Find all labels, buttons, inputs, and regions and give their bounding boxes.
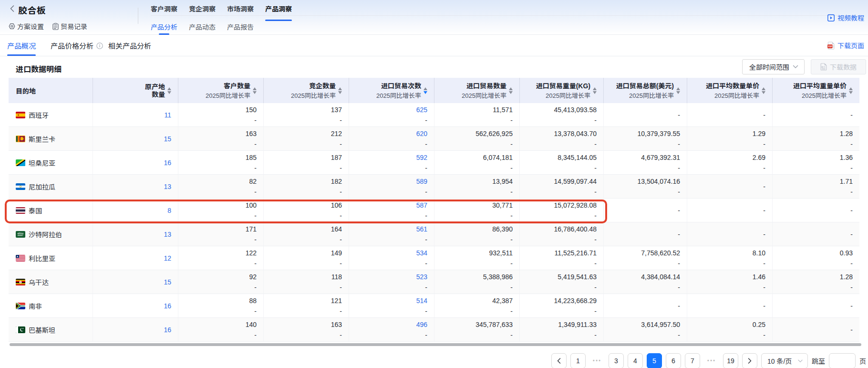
secondary-tab-label: 产品价格分析 xyxy=(51,41,93,51)
trade-records-button[interactable]: 贸易记录 xyxy=(52,21,87,31)
cell-value: 150 xyxy=(246,105,257,115)
cell-value: 121 xyxy=(331,295,342,306)
back-button[interactable] xyxy=(8,4,16,13)
sort-carets-icon[interactable] xyxy=(676,87,680,94)
main-tab-2[interactable]: 竞企洞察 xyxy=(189,1,216,21)
sort-carets-icon[interactable] xyxy=(253,87,257,94)
main-tab-4[interactable]: 产品洞察 xyxy=(265,1,292,21)
sort-carets-icon[interactable] xyxy=(338,87,342,94)
column-subtitle: 2025同比增长率 xyxy=(206,92,250,99)
pagination-page-7[interactable]: 7 xyxy=(685,353,700,368)
value-link[interactable]: 587 xyxy=(416,200,427,210)
pdf-icon xyxy=(827,42,835,50)
column-header-9[interactable]: 进口平均数量单价2025同比增长率 xyxy=(687,78,773,103)
download-page-link[interactable]: 下载页面 xyxy=(827,41,864,50)
column-header-4[interactable]: 竞企数量2025同比增长率 xyxy=(264,78,349,103)
pagination-page-19[interactable]: 19 xyxy=(723,353,738,368)
header-subtab-1[interactable]: 产品分析 xyxy=(151,22,177,32)
value-link[interactable]: 589 xyxy=(416,176,427,187)
table-row-乌干达: 乌干达1592-118-523-5,388,986-5,419,541.63-4… xyxy=(9,270,859,294)
column-header-2[interactable]: 原产地数量 xyxy=(93,78,178,103)
origin-count-link[interactable]: 8 xyxy=(167,205,171,216)
origin-count-link[interactable]: 16 xyxy=(164,301,171,311)
column-title: 客户数量 xyxy=(206,82,250,90)
sort-carets-icon[interactable] xyxy=(762,87,765,94)
page-size-select[interactable]: 10 条/页 xyxy=(761,353,808,368)
growth-value: - xyxy=(340,258,342,269)
cell-value: 1.28 xyxy=(840,272,853,282)
value-cell: 45,413,093.58- xyxy=(520,103,604,126)
value-cell: 0.93- xyxy=(773,246,859,270)
plan-settings-button[interactable]: 方案设置 xyxy=(9,21,44,31)
value-cell: - xyxy=(773,199,859,222)
origin-count-link[interactable]: 16 xyxy=(164,158,171,168)
header-subtab-2[interactable]: 产品动态 xyxy=(189,22,216,32)
origin-count-cell: 11 xyxy=(93,103,178,126)
column-header-6[interactable]: 进口贸易数量2025同比增长率 xyxy=(434,78,520,103)
video-tutorial-link[interactable]: 视频教程 xyxy=(827,13,864,22)
origin-count-link[interactable]: 12 xyxy=(164,253,171,263)
cell-value: 6,074,181 xyxy=(483,152,513,163)
pagination-page-3[interactable]: 3 xyxy=(609,353,624,368)
pagination-ellipsis[interactable]: ••• xyxy=(589,353,605,368)
value-link[interactable]: 625 xyxy=(416,105,427,115)
table-row-尼加拉瓜: 尼加拉瓜1382-182-589-13,954-14,599,097.44-13… xyxy=(9,175,859,199)
origin-count-link[interactable]: 11 xyxy=(164,110,171,120)
value-link[interactable]: 496 xyxy=(416,319,427,330)
sort-carets-icon[interactable] xyxy=(167,87,171,94)
cell-value: 163 xyxy=(246,128,257,139)
cell-value: 92 xyxy=(249,272,257,282)
main-tab-3[interactable]: 市场洞察 xyxy=(227,1,254,21)
cell-value: 13,504,074.16 xyxy=(637,176,680,187)
column-header-10[interactable]: 进口平均重量单价2025同比增长率 xyxy=(773,78,859,103)
value-link[interactable]: 561 xyxy=(416,224,427,234)
value-link[interactable]: 592 xyxy=(416,152,427,163)
value-link[interactable]: 514 xyxy=(416,295,427,306)
horizontal-scrollbar[interactable] xyxy=(10,343,861,346)
cell-value: 82 xyxy=(249,176,257,187)
sort-carets-icon[interactable] xyxy=(509,87,513,94)
pagination-next-button[interactable] xyxy=(742,353,757,368)
origin-count-link[interactable]: 13 xyxy=(164,181,171,192)
value-link[interactable]: 620 xyxy=(416,128,427,139)
value-link[interactable]: 534 xyxy=(416,248,427,258)
table-row-斯里兰卡: 斯里兰卡15163-212-620-562,626,925-13,378,043… xyxy=(9,127,859,151)
header-subtab-3[interactable]: 产品报告 xyxy=(227,22,254,32)
column-header-5[interactable]: 进口贸易次数2025同比增长率 xyxy=(349,78,434,103)
origin-count-link[interactable]: 13 xyxy=(164,229,171,240)
sort-carets-icon[interactable] xyxy=(593,87,597,94)
cell-value: 14,599,097.44 xyxy=(554,176,597,187)
origin-count-cell: 16 xyxy=(93,151,178,174)
value-link[interactable]: 523 xyxy=(416,272,427,282)
pagination-ellipsis[interactable]: ••• xyxy=(704,353,719,368)
download-data-button[interactable]: 下载数据 xyxy=(811,59,866,74)
value-cell: 149- xyxy=(264,246,349,270)
secondary-tab-1[interactable]: 产品概况 xyxy=(7,35,36,56)
origin-count-link[interactable]: 15 xyxy=(164,277,171,287)
time-range-select[interactable]: 全部时间范围 xyxy=(742,59,805,74)
sort-carets-icon[interactable] xyxy=(849,87,853,94)
pagination-prev-button[interactable] xyxy=(551,353,567,368)
cell-value: - xyxy=(850,229,853,240)
pagination-page-6[interactable]: 6 xyxy=(666,353,681,368)
main-tab-1[interactable]: 客户洞察 xyxy=(151,1,177,21)
growth-value: - xyxy=(678,163,680,173)
column-header-8[interactable]: 进口贸易总额(美元)2025同比增长率 xyxy=(604,78,687,103)
value-cell: 182- xyxy=(264,175,349,198)
secondary-tab-3[interactable]: 相关产品分析 xyxy=(108,35,151,56)
flag-icon-es xyxy=(16,112,25,118)
value-cell: 5,388,986- xyxy=(434,270,520,294)
pagination-page-1[interactable]: 1 xyxy=(570,353,586,368)
column-header-3[interactable]: 客户数量2025同比增长率 xyxy=(178,78,264,103)
jump-page-input[interactable] xyxy=(829,353,856,368)
origin-count-link[interactable]: 15 xyxy=(164,134,171,144)
sort-carets-icon[interactable] xyxy=(424,87,427,94)
video-tutorial-label: 视频教程 xyxy=(837,13,864,22)
cell-value: 182 xyxy=(331,176,342,187)
pagination-page-5[interactable]: 5 xyxy=(647,353,662,368)
column-title: 进口平均数量单价 xyxy=(706,82,759,90)
origin-count-link[interactable]: 16 xyxy=(164,325,171,335)
pagination-page-4[interactable]: 4 xyxy=(628,353,643,368)
secondary-tab-2[interactable]: 产品价格分析 xyxy=(51,35,93,56)
column-header-7[interactable]: 进口贸易重量(KG)2025同比增长率 xyxy=(520,78,604,103)
